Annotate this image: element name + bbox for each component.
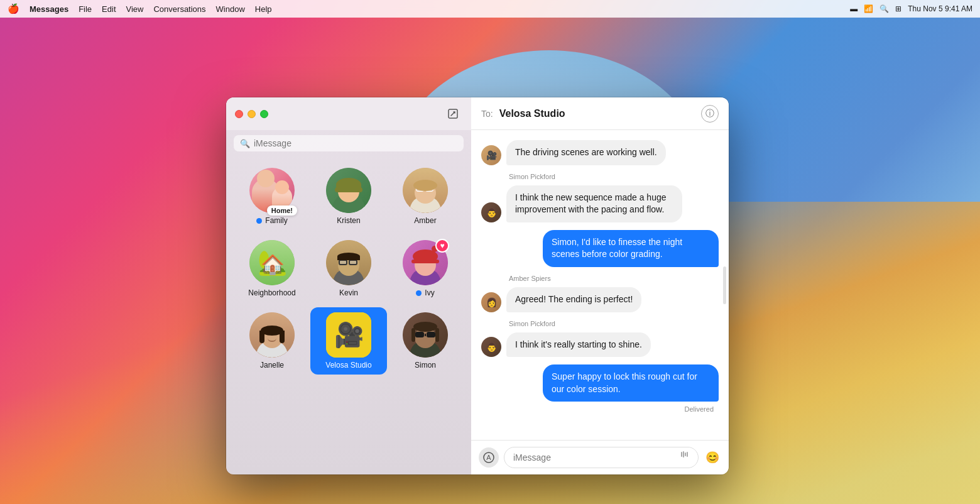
heart-badge-ivy: ♥ bbox=[435, 239, 449, 253]
close-button[interactable] bbox=[235, 110, 243, 118]
sender-name-simon-1: Simon Pickford bbox=[509, 173, 719, 180]
home-badge: Home! bbox=[267, 205, 297, 216]
conv-name-kristen: Kristen bbox=[337, 216, 360, 225]
app-name-menu[interactable]: Messages bbox=[30, 4, 68, 14]
search-icon: 🔍 bbox=[240, 139, 250, 148]
sender-name-simon-2: Simon Pickford bbox=[509, 320, 719, 327]
avatar-kristen bbox=[326, 168, 371, 213]
message-bubble-6: Super happy to lock this rough cut for o… bbox=[543, 364, 719, 402]
apple-menu[interactable]: 🍎 bbox=[8, 3, 19, 14]
avatar-ivy: ♥ bbox=[403, 240, 448, 285]
unread-dot-ivy bbox=[416, 290, 422, 296]
message-row-5: 👨 I think it's really starting to shine. bbox=[481, 332, 719, 358]
conversation-simon[interactable]: Simon bbox=[387, 307, 464, 375]
message-bubble-2: I think the new sequence made a huge imp… bbox=[506, 185, 682, 222]
svg-rect-6 bbox=[687, 452, 688, 457]
scroll-indicator bbox=[723, 266, 726, 304]
message-row-6: Super happy to lock this rough cut for o… bbox=[481, 364, 719, 402]
message-row-2: 👨 I think the new sequence made a huge i… bbox=[481, 185, 719, 222]
avatar-velosa: 🎥 bbox=[326, 312, 371, 358]
avatar-family: Home! bbox=[249, 168, 295, 213]
message-input-wrapper[interactable] bbox=[504, 447, 699, 468]
menubar-left: 🍎 Messages File Edit View Conversations … bbox=[8, 3, 850, 14]
message-row-3: Simon, I'd like to finesse the night sce… bbox=[481, 230, 719, 267]
conversation-janelle[interactable]: Janelle bbox=[234, 307, 310, 375]
unread-dot-family bbox=[256, 218, 262, 224]
search-input[interactable] bbox=[254, 138, 457, 148]
chat-recipient-name: Velosa Studio bbox=[499, 108, 695, 119]
conversation-amber[interactable]: Amber bbox=[387, 163, 464, 230]
menubar: 🍎 Messages File Edit View Conversations … bbox=[0, 0, 980, 18]
file-menu[interactable]: File bbox=[79, 4, 92, 14]
sender-name-amber: Amber Spiers bbox=[509, 275, 719, 282]
svg-rect-5 bbox=[685, 452, 686, 456]
menubar-right: ▬ 📶 🔍 ⊞ Thu Nov 5 9:41 AM bbox=[850, 4, 972, 13]
avatar-simon-sm-2: 👨 bbox=[481, 337, 501, 357]
avatar-amber bbox=[403, 168, 448, 213]
avatar-velosa-sm: 🎥 bbox=[481, 145, 501, 165]
compose-button[interactable] bbox=[444, 104, 462, 123]
avatar-amber-sm: 👩 bbox=[481, 292, 501, 312]
maximize-button[interactable] bbox=[260, 110, 268, 118]
messages-window: 🔍 Home! Family bbox=[226, 97, 729, 474]
message-row-4: 👩 Agreed! The ending is perfect! bbox=[481, 287, 719, 312]
conv-name-amber: Amber bbox=[414, 216, 436, 225]
traffic-lights bbox=[235, 110, 268, 118]
avatar-simon-sm: 👨 bbox=[481, 202, 501, 222]
conversations-menu[interactable]: Conversations bbox=[153, 4, 205, 14]
conv-name-neighborhood: Neighborhood bbox=[248, 288, 295, 297]
minimize-button[interactable] bbox=[248, 110, 256, 118]
message-group-6: Super happy to lock this rough cut for o… bbox=[481, 364, 719, 413]
avatar-neighborhood: 🏡 bbox=[249, 240, 295, 285]
to-label: To: bbox=[481, 109, 493, 119]
chat-panel: To: Velosa Studio ⓘ 🎥 The driving scenes… bbox=[471, 97, 729, 474]
window-menu[interactable]: Window bbox=[216, 4, 245, 14]
avatar-janelle bbox=[249, 312, 295, 358]
chat-header: To: Velosa Studio ⓘ bbox=[471, 97, 729, 130]
message-bubble-4: Agreed! The ending is perfect! bbox=[506, 287, 641, 312]
conv-name-janelle: Janelle bbox=[260, 361, 284, 370]
avatar-kevin bbox=[326, 240, 371, 285]
conversation-kevin[interactable]: Kevin bbox=[310, 235, 387, 302]
svg-text:A: A bbox=[486, 454, 491, 461]
conversation-kristen[interactable]: Kristen bbox=[310, 163, 387, 230]
title-bar bbox=[226, 97, 471, 130]
info-button[interactable]: ⓘ bbox=[701, 105, 719, 123]
message-group-4: Amber Spiers 👩 Agreed! The ending is per… bbox=[481, 275, 719, 312]
conversation-family[interactable]: Home! Family bbox=[234, 163, 310, 230]
app-store-button[interactable]: A bbox=[479, 447, 499, 468]
view-menu[interactable]: View bbox=[126, 4, 144, 14]
wifi-icon: 📶 bbox=[864, 4, 873, 13]
message-group-2: Simon Pickford 👨 I think the new sequenc… bbox=[481, 173, 719, 222]
message-input[interactable] bbox=[513, 452, 674, 463]
search-input-wrapper[interactable]: 🔍 bbox=[234, 135, 464, 151]
avatar-simon bbox=[403, 312, 448, 358]
conversations-panel: 🔍 Home! Family bbox=[226, 97, 471, 474]
svg-rect-4 bbox=[683, 451, 684, 457]
emoji-button[interactable]: 😊 bbox=[704, 449, 721, 466]
conversation-velosa[interactable]: 🎥 Velosa Studio bbox=[310, 307, 387, 375]
conversation-neighborhood[interactable]: 🏡 Neighborhood bbox=[234, 235, 310, 302]
edit-menu[interactable]: Edit bbox=[102, 4, 116, 14]
spotlight-icon[interactable]: 🔍 bbox=[879, 4, 889, 13]
conv-name-simon: Simon bbox=[415, 361, 436, 370]
message-bubble-3: Simon, I'd like to finesse the night sce… bbox=[543, 230, 719, 267]
neighborhood-emoji: 🏡 bbox=[249, 240, 295, 285]
conv-name-ivy: Ivy bbox=[416, 288, 434, 297]
conversation-ivy[interactable]: ♥ Ivy bbox=[387, 235, 464, 302]
velosa-emoji: 🎥 bbox=[326, 312, 371, 358]
input-area: A 😊 bbox=[471, 440, 729, 474]
message-bubble-5: I think it's really starting to shine. bbox=[506, 332, 651, 358]
message-group-5: Simon Pickford 👨 I think it's really sta… bbox=[481, 320, 719, 358]
delivered-status: Delivered bbox=[481, 405, 714, 413]
conv-name-kevin: Kevin bbox=[339, 288, 358, 297]
conversations-grid: Home! Family bbox=[226, 158, 471, 474]
battery-icon: ▬ bbox=[850, 4, 858, 13]
help-menu[interactable]: Help bbox=[255, 4, 272, 14]
message-group-1: 🎥 The driving scenes are working well. bbox=[481, 140, 719, 165]
control-center-icon[interactable]: ⊞ bbox=[895, 4, 901, 13]
messages-area[interactable]: 🎥 The driving scenes are working well. S… bbox=[471, 130, 729, 440]
conv-name-velosa: Velosa Studio bbox=[325, 361, 371, 370]
message-bubble-1: The driving scenes are working well. bbox=[506, 140, 666, 165]
message-group-3: Simon, I'd like to finesse the night sce… bbox=[481, 230, 719, 267]
